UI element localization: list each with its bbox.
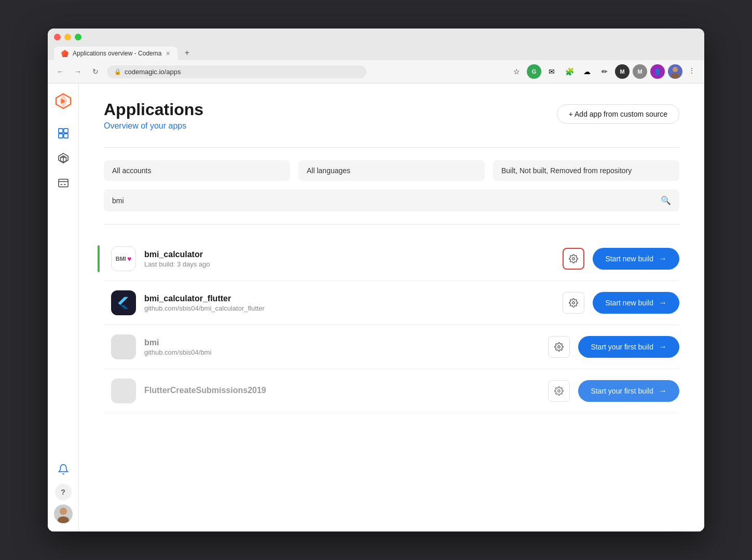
main-content: Applications Overview of your apps + Add… <box>79 83 704 531</box>
tab-favicon <box>61 50 69 57</box>
tab-title: Applications overview - Codema <box>73 50 161 57</box>
header-divider <box>104 147 679 148</box>
svg-rect-5 <box>58 134 62 138</box>
maximize-button[interactable] <box>75 34 81 40</box>
svg-rect-3 <box>58 129 62 133</box>
app-name: bmi <box>144 338 540 347</box>
arrow-icon: → <box>659 254 667 263</box>
back-button[interactable]: ← <box>54 65 66 78</box>
list-divider <box>104 224 679 225</box>
start-build-label: Start new build <box>605 299 653 307</box>
svg-point-15 <box>60 508 67 515</box>
app-info-bmi-calculator: bmi_calculator Last build: 3 days ago <box>144 250 554 268</box>
svg-point-22 <box>558 346 560 348</box>
extension-mail-icon[interactable]: ✉ <box>544 64 559 79</box>
start-build-label: Start new build <box>605 255 653 263</box>
app-meta: github.com/sbis04/bmi_calculator_flutter <box>144 304 554 312</box>
start-first-build-label: Start your first build <box>591 343 653 351</box>
app-info-flutter-submissions: FlutterCreateSubmissions2019 <box>144 386 540 396</box>
settings-button-bmi-calculator-flutter[interactable] <box>563 292 584 314</box>
start-first-build-button-bmi[interactable]: Start your first build → <box>578 336 679 358</box>
settings-button-flutter-submissions[interactable] <box>548 380 570 402</box>
extension-puzzle-icon[interactable]: 🧩 <box>562 64 577 79</box>
svg-marker-19 <box>120 305 129 309</box>
status-filter[interactable]: Built, Not built, Removed from repositor… <box>493 160 679 181</box>
extension-cloud-icon[interactable]: ☁ <box>580 64 594 79</box>
app-row: bmi_calculator_flutter github.com/sbis04… <box>104 281 679 325</box>
app-name: bmi_calculator_flutter <box>144 294 554 303</box>
sidebar-help-button[interactable]: ? <box>55 484 72 500</box>
svg-point-23 <box>558 390 560 393</box>
svg-point-21 <box>572 302 575 304</box>
filters-row: All accounts All languages Built, Not bu… <box>104 160 679 181</box>
minimize-button[interactable] <box>64 34 71 40</box>
arrow-icon: → <box>659 298 667 307</box>
url-text: codemagic.io/apps <box>125 68 181 76</box>
extension-g-icon[interactable]: G <box>527 64 541 79</box>
tab-close-button[interactable]: ✕ <box>166 50 170 57</box>
start-build-button-bmi-calculator[interactable]: Start new build → <box>593 248 679 270</box>
app-accent-bar <box>98 245 100 272</box>
more-button[interactable]: ⋮ <box>686 64 698 77</box>
start-first-build-button-flutter-submissions[interactable]: Start your first build → <box>578 380 679 402</box>
app-info-bmi: bmi github.com/sbis04/bmi <box>144 338 540 356</box>
address-input[interactable]: 🔒 codemagic.io/apps <box>107 65 366 78</box>
app-layout: ? Applications Overview of your apps + A… <box>48 83 704 531</box>
profile-avatar-icon[interactable] <box>668 64 682 79</box>
svg-rect-11 <box>58 179 67 187</box>
accounts-filter[interactable]: All accounts <box>104 160 290 181</box>
page-title-group: Applications Overview of your apps <box>104 100 203 131</box>
arrow-icon: → <box>659 386 667 396</box>
extension-m-grey-icon[interactable]: M <box>633 64 647 79</box>
search-icon: 🔍 <box>661 195 671 205</box>
apps-list: BMI ♥ bmi_calculator Last build: 3 days … <box>104 237 679 413</box>
start-build-button-bmi-calculator-flutter[interactable]: Start new build → <box>593 292 679 314</box>
app-logo-flutter-submissions <box>111 379 136 403</box>
browser-window: Applications overview - Codema ✕ + ← → ↻… <box>48 29 704 531</box>
page-header: Applications Overview of your apps + Add… <box>104 100 679 131</box>
app-row: FlutterCreateSubmissions2019 Start your … <box>104 369 679 413</box>
settings-button-bmi-calculator[interactable] <box>563 248 584 270</box>
sidebar-item-stacks[interactable] <box>53 148 74 169</box>
search-input[interactable] <box>112 197 655 205</box>
start-first-build-label: Start your first build <box>591 387 653 395</box>
svg-point-17 <box>572 258 575 260</box>
extension-pen-icon[interactable]: ✏ <box>597 64 612 79</box>
app-info-bmi-calculator-flutter: bmi_calculator_flutter github.com/sbis04… <box>144 294 554 312</box>
app-logo-bmi-calculator: BMI ♥ <box>111 246 136 271</box>
page-title: Applications <box>104 100 203 119</box>
new-tab-button[interactable]: + <box>180 46 194 60</box>
help-label: ? <box>61 488 65 496</box>
extension-avatar-icon[interactable]: 👤 <box>650 64 665 79</box>
app-meta: Last build: 3 days ago <box>144 260 554 268</box>
sidebar-item-apps[interactable] <box>53 123 74 144</box>
address-bar: ← → ↻ 🔒 codemagic.io/apps ☆ G ✉ 🧩 ☁ ✏ M … <box>48 60 704 83</box>
app-logo-bmi <box>111 334 136 359</box>
svg-rect-6 <box>63 134 67 138</box>
app-logo-bmi-calculator-flutter <box>111 290 136 315</box>
app-name: bmi_calculator <box>144 250 554 259</box>
traffic-lights <box>54 34 698 40</box>
sidebar-user-avatar[interactable] <box>54 505 73 523</box>
browser-chrome: Applications overview - Codema ✕ + <box>48 29 704 60</box>
extension-m-dark-icon[interactable]: M <box>615 64 630 79</box>
forward-button[interactable]: → <box>72 65 84 78</box>
languages-filter[interactable]: All languages <box>298 160 485 181</box>
svg-point-16 <box>58 516 69 523</box>
svg-rect-4 <box>63 129 67 133</box>
app-row: bmi github.com/sbis04/bmi Start your fir… <box>104 325 679 369</box>
settings-button-bmi[interactable] <box>548 336 570 358</box>
toolbar-icons: ☆ G ✉ 🧩 ☁ ✏ M M 👤 ⋮ <box>509 64 698 79</box>
sidebar-item-billing[interactable] <box>53 173 74 193</box>
arrow-icon: → <box>659 342 667 352</box>
svg-marker-18 <box>118 297 129 305</box>
svg-point-1 <box>671 73 679 78</box>
sidebar-notifications-bell[interactable] <box>53 459 74 480</box>
reload-button[interactable]: ↻ <box>89 65 102 78</box>
active-tab[interactable]: Applications overview - Codema ✕ <box>54 47 177 60</box>
codemagic-logo[interactable] <box>54 92 73 110</box>
close-button[interactable] <box>54 34 61 40</box>
add-app-button[interactable]: + Add app from custom source <box>557 104 679 124</box>
app-meta: github.com/sbis04/bmi <box>144 348 540 356</box>
bookmark-icon[interactable]: ☆ <box>509 64 524 79</box>
